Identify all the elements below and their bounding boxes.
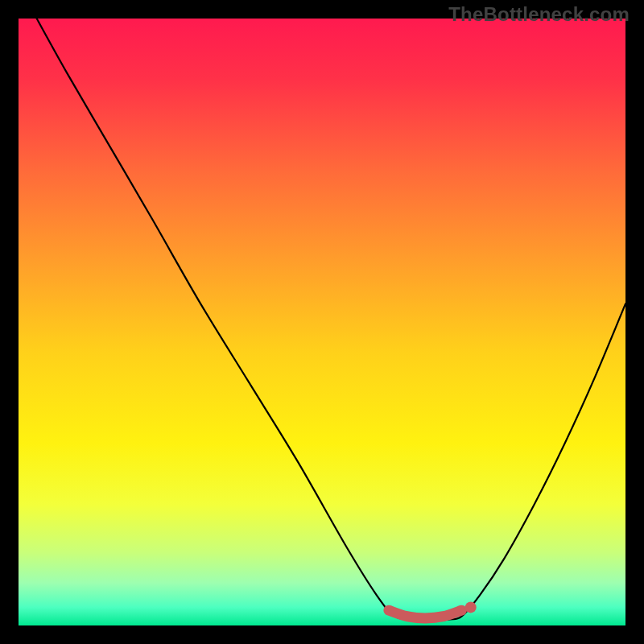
chart-frame: TheBottleneck.com xyxy=(0,0,644,644)
watermark-text: TheBottleneck.com xyxy=(448,3,630,26)
optimal-range-marker xyxy=(19,19,625,625)
svg-point-1 xyxy=(465,601,477,613)
plot-area xyxy=(19,19,625,625)
